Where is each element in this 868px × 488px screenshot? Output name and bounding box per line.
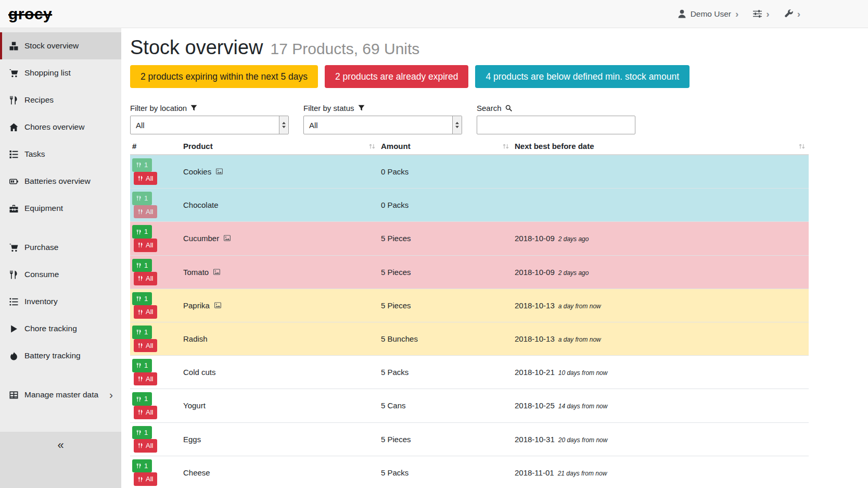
sidebar-item-manage-master-data[interactable]: Manage master data ›	[0, 381, 121, 408]
consume-all-button[interactable]: All	[134, 205, 157, 219]
product-name[interactable]: Cheese	[183, 468, 210, 477]
consume-all-button[interactable]: All	[134, 305, 157, 319]
location-select[interactable]: All	[130, 116, 289, 134]
actions-cell: 1 All	[130, 356, 181, 389]
product-name[interactable]: Eggs	[183, 435, 201, 444]
collapse-icon: «	[57, 439, 63, 452]
sort-icon	[368, 143, 376, 150]
user-menu[interactable]: Demo User ›	[678, 9, 739, 19]
consume-all-button[interactable]: All	[134, 472, 157, 486]
status-select-value: All	[304, 121, 323, 130]
actions-cell: 1 All	[130, 189, 181, 222]
date-cell	[513, 189, 809, 222]
product-image-icon[interactable]	[214, 302, 222, 309]
consume-one-button[interactable]: 1	[132, 359, 152, 372]
sidebar-collapse-button[interactable]: «	[0, 432, 121, 488]
sidebar-item-label: Recipes	[24, 95, 54, 105]
stock-row-cold-cuts: 1 All Cold cuts 5 Packs 2018-10-2110 day…	[130, 356, 809, 389]
consume-all-button[interactable]: All	[134, 339, 157, 353]
product-image-icon[interactable]	[223, 235, 231, 242]
sidebar-item-consume[interactable]: Consume	[0, 261, 121, 288]
product-name[interactable]: Cucumber	[183, 234, 219, 243]
product-image-icon[interactable]	[213, 269, 221, 276]
consume-all-button[interactable]: All	[134, 406, 157, 419]
sidebar-item-label: Batteries overview	[24, 177, 91, 186]
utensils-icon	[136, 195, 142, 201]
amount-cell: 5 Bunches	[379, 322, 513, 355]
product-name[interactable]: Tomato	[183, 268, 209, 277]
search-label-text: Search	[477, 104, 502, 112]
product-name[interactable]: Chocolate	[183, 201, 219, 209]
sidebar-item-battery-tracking[interactable]: Battery tracking	[0, 342, 121, 369]
consume-one-button[interactable]: 1	[132, 292, 152, 306]
sidebar: Stock overview Shopping list Recipes Cho…	[0, 28, 121, 488]
actions-cell: 1 All	[130, 289, 181, 322]
consume-all-label: All	[146, 274, 153, 283]
consume-one-button[interactable]: 1	[132, 326, 152, 339]
product-cell: Cookies	[181, 155, 379, 189]
consume-all-label: All	[146, 475, 153, 483]
alerts-row: 2 products expiring within the next 5 da…	[130, 65, 809, 88]
app-logo[interactable]: grocy	[8, 5, 52, 23]
product-name[interactable]: Yogurt	[183, 401, 206, 410]
topbar: grocy Demo User › ››	[0, 0, 868, 28]
home-icon	[8, 123, 19, 132]
consume-one-button[interactable]: 1	[132, 392, 152, 406]
consume-all-button[interactable]: All	[134, 272, 157, 285]
consume-all-label: All	[146, 408, 153, 417]
sliders-menu[interactable]: ›	[753, 9, 769, 19]
header-amount[interactable]: Amount	[379, 140, 513, 155]
actions-cell: 1 All	[130, 422, 181, 456]
consume-one-button[interactable]: 1	[132, 459, 152, 473]
amount-cell: 5 Pieces	[379, 255, 513, 289]
sidebar-item-chore-tracking[interactable]: Chore tracking	[0, 315, 121, 342]
utensils-icon	[136, 362, 142, 368]
table-icon	[8, 391, 19, 399]
consume-one-button[interactable]: 1	[132, 192, 152, 205]
product-name[interactable]: Cold cuts	[183, 368, 216, 377]
amount-cell: 0 Packs	[379, 189, 513, 222]
amount-cell: 5 Pieces	[379, 222, 513, 255]
consume-all-button[interactable]: All	[134, 172, 157, 185]
date-cell: 2018-10-2110 days from now	[513, 356, 809, 389]
sidebar-item-recipes[interactable]: Recipes	[0, 86, 121, 114]
consume-one-button[interactable]: 1	[132, 225, 152, 239]
wrench-menu[interactable]: ›	[784, 9, 800, 19]
play-icon	[8, 324, 19, 333]
sidebar-item-equipment[interactable]: Equipment	[0, 195, 121, 222]
consume-all-button[interactable]: All	[134, 439, 157, 453]
chevron-right-icon: ›	[109, 389, 117, 401]
app-root: grocy Demo User › ›› Stock overview Shop…	[0, 0, 868, 488]
alert-warning[interactable]: 2 products expiring within the next 5 da…	[130, 65, 318, 88]
sidebar-item-tasks[interactable]: Tasks	[0, 141, 121, 168]
consume-one-button[interactable]: 1	[132, 426, 152, 440]
product-image-icon[interactable]	[215, 168, 223, 175]
header-date[interactable]: Next best before date	[513, 140, 809, 155]
alert-info[interactable]: 4 products are below defined min. stock …	[475, 65, 690, 88]
consume-one-button[interactable]: 1	[132, 158, 152, 172]
sidebar-item-inventory[interactable]: Inventory	[0, 288, 121, 315]
consume-all-button[interactable]: All	[134, 372, 157, 386]
sidebar-item-purchase[interactable]: Purchase	[0, 234, 121, 261]
search-input[interactable]	[477, 116, 635, 134]
alert-danger[interactable]: 2 products are already expired	[325, 65, 468, 88]
sidebar-item-stock-overview[interactable]: Stock overview	[0, 32, 121, 59]
utensils-icon	[138, 343, 143, 348]
header-product[interactable]: Product	[181, 140, 379, 155]
sidebar-item-batteries-overview[interactable]: Batteries overview	[0, 168, 121, 195]
sidebar-item-shopping-list[interactable]: Shopping list	[0, 59, 121, 86]
sidebar-item-label: Equipment	[24, 204, 63, 213]
product-name[interactable]: Radish	[183, 334, 208, 343]
consume-one-button[interactable]: 1	[132, 259, 152, 272]
best-before-relative: 20 days from now	[558, 436, 608, 444]
sidebar-item-chores-overview[interactable]: Chores overview	[0, 114, 121, 141]
status-select[interactable]: All	[303, 116, 462, 134]
consume-all-label: All	[146, 208, 153, 216]
product-name[interactable]: Cookies	[183, 167, 211, 176]
best-before-date: 2018-10-31	[515, 435, 555, 444]
page-header: Stock overview 17 Products, 69 Units	[130, 36, 809, 59]
utensils-icon	[136, 329, 142, 335]
list-icon	[8, 297, 19, 306]
consume-all-button[interactable]: All	[134, 239, 157, 252]
product-name[interactable]: Paprika	[183, 301, 210, 310]
